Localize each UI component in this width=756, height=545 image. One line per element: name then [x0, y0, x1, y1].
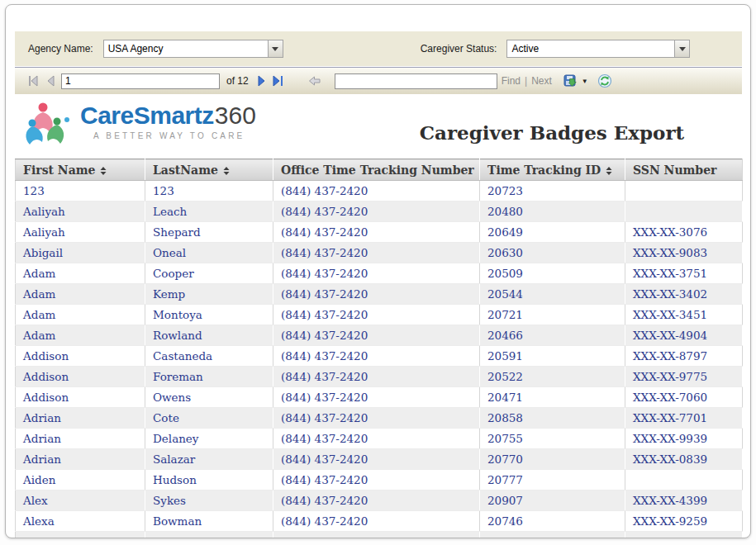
- parameter-panel: Agency Name: USA Agency Caregiver Status…: [15, 31, 742, 66]
- sort-icon[interactable]: [223, 166, 230, 176]
- first-name-cell: Alexa: [16, 511, 145, 532]
- tracking-id-cell: 20471: [480, 387, 625, 408]
- column-header-tracking-id[interactable]: Time Tracking ID: [480, 159, 625, 181]
- tracking-id-cell: 20723: [480, 181, 625, 201]
- report-toolbar: of 12 Find | Next: [15, 67, 742, 94]
- tracking-id-cell: 20755: [480, 429, 625, 449]
- agency-name-value: USA Agency: [104, 40, 268, 57]
- first-name-cell: Adrian: [16, 429, 145, 449]
- ssn-cell: XXX-XX-0839: [625, 449, 743, 470]
- table-row: AddisonCastaneda(844) 437-242020591XXX-X…: [16, 346, 743, 367]
- office-number-cell: (844) 437-2420: [273, 181, 480, 201]
- office-number-cell: (844) 437-2420: [273, 408, 480, 429]
- last-page-icon: [272, 75, 284, 87]
- tracking-id-cell: 20958: [480, 532, 625, 539]
- table-row: AddisonOwens(844) 437-242020471XXX-XX-70…: [16, 387, 743, 408]
- last-name-cell: Sykes: [145, 490, 273, 511]
- last-name-cell: Foreman: [145, 367, 273, 387]
- tracking-id-cell: 20721: [480, 305, 625, 325]
- table-row: AdrianSalazar(844) 437-242020770XXX-XX-0…: [16, 449, 743, 470]
- tracking-id-cell: 20770: [480, 449, 625, 470]
- export-dropdown-caret[interactable]: ▼: [582, 78, 588, 85]
- export-button[interactable]: [563, 73, 579, 89]
- last-name-cell: Castaneda: [145, 346, 273, 367]
- office-number-cell: (844) 437-2420: [273, 263, 480, 284]
- first-name-cell: Aiden: [16, 470, 145, 490]
- office-number-cell: (844) 437-2420: [273, 325, 480, 346]
- table-row: AdamMontoya(844) 437-242020721XXX-XX-345…: [16, 305, 743, 325]
- first-page-button[interactable]: [25, 73, 41, 89]
- sort-icon[interactable]: [606, 166, 612, 176]
- report-viewer-page: Agency Name: USA Agency Caregiver Status…: [5, 4, 751, 538]
- last-name-cell: Kemp: [145, 284, 273, 305]
- sort-icon[interactable]: [100, 166, 107, 176]
- tracking-id-cell: 20630: [480, 243, 625, 263]
- ssn-cell: XXX-XX-4904: [625, 325, 743, 346]
- next-page-icon: [256, 75, 267, 87]
- table-row: AlexSykes(844) 437-242020907XXX-XX-4399: [16, 490, 743, 511]
- office-number-cell: (844) 437-2420: [273, 532, 480, 539]
- ssn-cell: [625, 470, 743, 490]
- caregiver-status-select[interactable]: Active: [506, 40, 690, 58]
- column-header-ssn: SSN Number: [625, 159, 743, 181]
- find-link[interactable]: Find: [502, 75, 521, 87]
- column-header-first-name[interactable]: First Name: [16, 159, 145, 181]
- first-page-icon: [27, 75, 40, 87]
- office-number-cell: (844) 437-2420: [273, 367, 480, 387]
- tracking-id-cell: 20544: [480, 284, 625, 305]
- table-row: AlexaIrwin(844) 437-242020958XXX-XX-8780: [16, 532, 743, 539]
- tracking-id-cell: 20466: [480, 325, 625, 346]
- office-number-cell: (844) 437-2420: [273, 305, 480, 325]
- office-number-cell: (844) 437-2420: [273, 346, 480, 367]
- first-name-cell: Addison: [16, 346, 145, 367]
- last-name-cell: Owens: [145, 387, 273, 408]
- table-row: AbigailOneal(844) 437-242020630XXX-XX-90…: [16, 243, 743, 263]
- search-input[interactable]: [335, 73, 497, 89]
- ssn-cell: XXX-XX-7060: [625, 387, 743, 408]
- status-dropdown-button[interactable]: [674, 40, 689, 57]
- previous-page-button[interactable]: [41, 73, 58, 89]
- current-page-input[interactable]: [61, 73, 220, 89]
- table-row: AidenHudson(844) 437-242020777: [16, 470, 743, 490]
- refresh-button[interactable]: [597, 73, 613, 89]
- column-header-last-name[interactable]: LastName: [145, 159, 273, 181]
- first-name-cell: Addison: [16, 367, 145, 387]
- ssn-cell: XXX-XX-3751: [625, 263, 743, 284]
- last-name-cell: Shepard: [145, 222, 273, 243]
- table-row: AlexaBowman(844) 437-242020746XXX-XX-925…: [16, 511, 743, 532]
- office-number-cell: (844) 437-2420: [273, 201, 480, 222]
- ssn-cell: XXX-XX-3451: [625, 305, 743, 325]
- first-name-cell: Alexa: [16, 532, 145, 539]
- tracking-id-cell: 20649: [480, 222, 625, 243]
- office-number-cell: (844) 437-2420: [273, 284, 480, 305]
- next-page-button[interactable]: [254, 73, 270, 89]
- ssn-cell: XXX-XX-9775: [625, 367, 743, 387]
- last-name-cell: Delaney: [145, 429, 273, 449]
- table-row: AaliyahLeach(844) 437-242020480: [16, 201, 743, 222]
- agency-dropdown-button[interactable]: [268, 40, 283, 57]
- table-row: AaliyahShepard(844) 437-242020649XXX-XX-…: [16, 222, 743, 243]
- back-to-parent-button[interactable]: [307, 73, 323, 89]
- last-name-cell: Irwin: [145, 532, 273, 539]
- agency-name-select[interactable]: USA Agency: [103, 40, 283, 58]
- table-header: First Name LastName Office Time Tracking…: [16, 159, 743, 181]
- back-arrow-icon: [308, 75, 321, 87]
- column-header-office-number[interactable]: Office Time Tracking Number: [273, 159, 480, 181]
- office-number-cell: (844) 437-2420: [273, 429, 480, 449]
- tracking-id-cell: 20777: [480, 470, 625, 490]
- caregiver-status-label: Caregiver Status:: [421, 43, 497, 54]
- first-name-cell: Adam: [16, 305, 145, 325]
- table-row: AddisonForeman(844) 437-242020522XXX-XX-…: [16, 367, 743, 387]
- last-page-button[interactable]: [270, 73, 287, 89]
- ssn-cell: XXX-XX-3076: [625, 222, 743, 243]
- find-next-link[interactable]: Next: [531, 75, 552, 87]
- last-name-cell: Cote: [145, 408, 273, 429]
- table-row: 123123(844) 437-242020723: [16, 181, 743, 201]
- caregiver-table: First Name LastName Office Time Tracking…: [15, 159, 742, 538]
- last-name-cell: 123: [145, 181, 273, 201]
- table-row: AdamRowland(844) 437-242020466XXX-XX-490…: [16, 325, 743, 346]
- first-name-cell: Adrian: [16, 408, 145, 429]
- office-number-cell: (844) 437-2420: [273, 511, 480, 532]
- first-name-cell: Aaliyah: [16, 201, 145, 222]
- office-number-cell: (844) 437-2420: [273, 387, 480, 408]
